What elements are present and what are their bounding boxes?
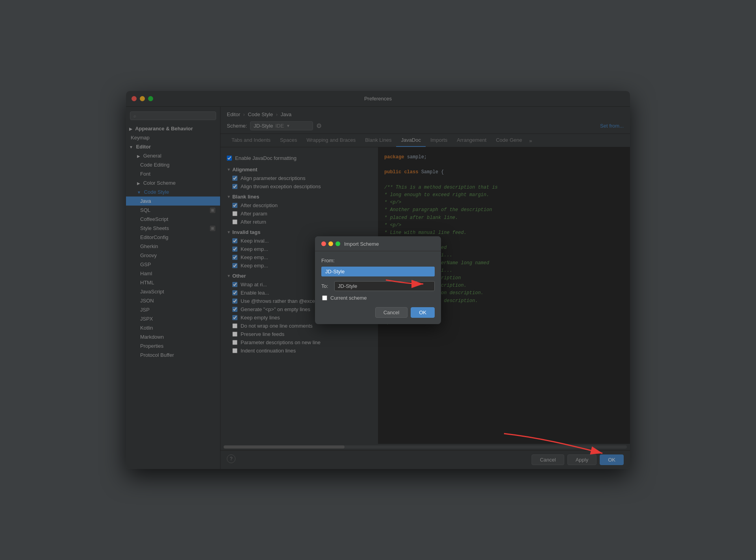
modal-current-scheme-label: Current scheme — [330, 295, 367, 301]
modal-cancel-button[interactable]: Cancel — [375, 307, 408, 318]
modal-current-scheme-checkbox[interactable] — [322, 295, 327, 300]
modal-from-label: From: — [321, 258, 435, 263]
modal-body: From: JD-Style To: Current scheme Cancel… — [315, 251, 441, 324]
modal-current-scheme-row: Current scheme — [321, 295, 435, 301]
modal-title-bar: Import Scheme — [315, 236, 441, 251]
modal-to-input[interactable] — [334, 281, 435, 291]
modal-to-row: To: — [321, 281, 435, 291]
modal-ok-button[interactable]: OK — [411, 307, 435, 318]
modal-title: Import Scheme — [344, 241, 379, 247]
modal-traffic-lights — [321, 241, 340, 246]
modal-close-button[interactable] — [321, 241, 326, 246]
modal-buttons: Cancel OK — [321, 307, 435, 318]
modal-overlay: Import Scheme From: JD-Style To: Current… — [126, 91, 630, 469]
modal-from-value[interactable]: JD-Style — [321, 267, 435, 276]
modal-minimize-button[interactable] — [328, 241, 333, 246]
modal-maximize-button[interactable] — [335, 241, 340, 246]
preferences-window: Preferences ⌕ ▶ Appearance & Behavior Ke… — [126, 91, 630, 469]
import-scheme-modal: Import Scheme From: JD-Style To: Current… — [315, 236, 441, 324]
modal-to-label: To: — [321, 283, 331, 289]
